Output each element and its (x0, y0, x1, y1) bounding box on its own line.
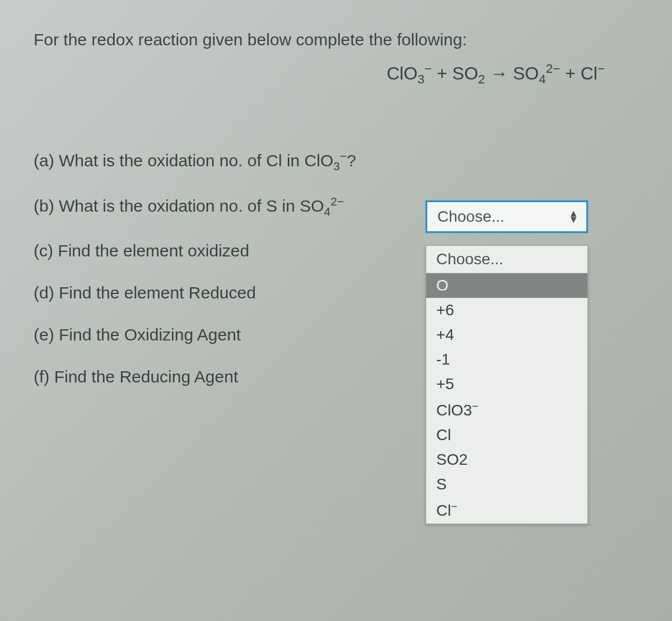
answer-dropdown[interactable]: Choose... O +6 +4 -1 +5 ClO3− Cl SO2 S C… (426, 245, 588, 524)
dropdown-option-5[interactable]: ClO3− (426, 396, 587, 423)
question-intro: For the redox reaction given below compl… (34, 28, 638, 52)
question-d-label: (d) Find the element Reduced (34, 282, 256, 304)
question-c-label: (c) Find the element oxidized (34, 240, 249, 262)
equation-reactant1: ClO3− (386, 63, 432, 83)
answer-select-a[interactable]: Choose... ▲▼ (426, 200, 588, 233)
dropdown-option-8[interactable]: S (426, 472, 587, 497)
dropdown-option-6[interactable]: Cl (426, 423, 587, 447)
equation-product1: SO42− (513, 63, 560, 83)
dropdown-option-1[interactable]: +6 (426, 298, 587, 323)
dropdown-option-2[interactable]: +4 (426, 323, 587, 347)
equation-product2: Cl− (581, 63, 605, 83)
dropdown-option-3[interactable]: -1 (426, 347, 587, 372)
select-arrows-icon: ▲▼ (568, 211, 578, 223)
dropdown-option-7[interactable]: SO2 (426, 447, 587, 472)
dropdown-option-4[interactable]: +5 (426, 372, 587, 396)
question-e-label: (e) Find the Oxidizing Agent (34, 324, 241, 345)
question-f-label: (f) Find the Reducing Agent (34, 366, 238, 387)
question-a: (a) What is the oxidation no. of Cl in C… (34, 148, 638, 174)
question-a-label: (a) What is the oxidation no. of Cl in C… (34, 148, 356, 174)
dropdown-option-0[interactable]: O (426, 273, 587, 298)
equation-reactant2: SO2 (452, 63, 486, 83)
select-placeholder: Choose... (437, 208, 505, 226)
dropdown-header: Choose... (426, 246, 587, 273)
question-b-label: (b) What is the oxidation no. of S in SO… (34, 194, 344, 219)
dropdown-option-9[interactable]: Cl− (426, 497, 587, 523)
reaction-equation: ClO3− + SO2 → SO42− + Cl− (34, 62, 638, 87)
